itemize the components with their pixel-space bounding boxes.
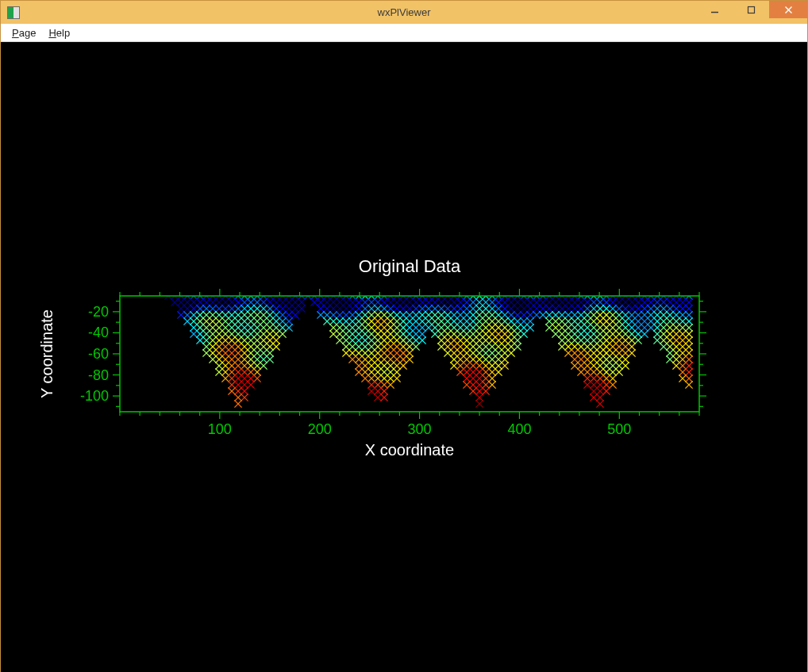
app-icon xyxy=(7,6,20,19)
svg-text:-80: -80 xyxy=(88,367,109,383)
svg-text:-60: -60 xyxy=(88,346,109,362)
menu-help-rest: elp xyxy=(56,27,70,39)
window-buttons xyxy=(696,1,807,24)
svg-text:400: 400 xyxy=(507,421,531,437)
x-axis-label: X coordinate xyxy=(365,441,454,459)
chart-title: Original Data xyxy=(359,256,461,276)
menu-page-rest: age xyxy=(19,27,37,39)
svg-text:500: 500 xyxy=(607,421,631,437)
app-window: wxPlViewer Page Help 100200300400500-20-… xyxy=(0,0,808,672)
menu-page[interactable]: Page xyxy=(6,25,42,40)
menu-help[interactable]: Help xyxy=(42,25,76,40)
y-axis-label: Y coordinate xyxy=(38,309,56,398)
maximize-button[interactable] xyxy=(733,1,769,18)
svg-text:100: 100 xyxy=(208,421,232,437)
window-title: wxPlViewer xyxy=(1,6,807,18)
svg-text:-100: -100 xyxy=(80,388,109,404)
svg-text:-40: -40 xyxy=(88,324,109,340)
plot-area: 100200300400500-20-40-60-80-100Original … xyxy=(1,42,807,671)
close-button[interactable] xyxy=(769,1,807,18)
svg-text:300: 300 xyxy=(408,421,432,437)
plot-svg: 100200300400500-20-40-60-80-100Original … xyxy=(1,42,807,672)
svg-text:200: 200 xyxy=(308,421,332,437)
svg-rect-1 xyxy=(748,6,754,13)
menubar: Page Help xyxy=(1,24,807,42)
titlebar: wxPlViewer xyxy=(1,1,807,24)
svg-text:-20: -20 xyxy=(88,304,109,320)
minimize-button[interactable] xyxy=(696,1,733,18)
